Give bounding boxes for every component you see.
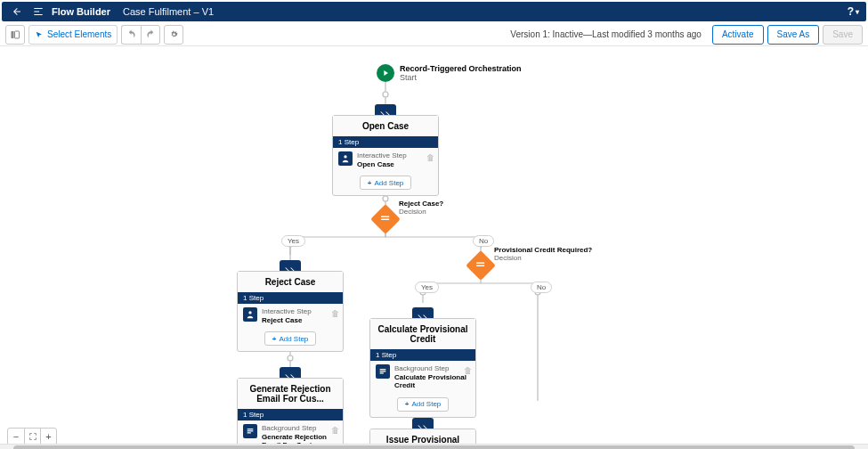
gear-icon [169,29,179,39]
decision-icon [475,259,486,273]
step-row[interactable]: Interactive Step Open Case 🗑 [333,148,438,172]
delete-step-icon[interactable]: 🗑 [426,153,434,162]
undo-button[interactable] [121,25,141,45]
svg-rect-1 [15,31,20,38]
select-elements-label: Select Elements [47,29,111,39]
zoom-controls: − + [7,428,57,445]
chevron-down-icon: ▾ [856,8,859,16]
svg-point-17 [248,311,251,314]
panel-icon [10,29,20,40]
fit-icon [28,432,37,441]
canvas-settings-button[interactable] [5,25,25,45]
decision-reject-case[interactable] [370,204,401,234]
decision-label-credit: Provisional Credit Required? Decision [494,246,592,262]
branch-label-yes-credit[interactable]: Yes [415,282,439,293]
branch-label-no[interactable]: No [473,235,494,247]
start-type: Record-Triggered Orchestration [400,64,522,73]
flow-properties-button[interactable] [164,25,183,45]
flow-canvas[interactable]: Record-Triggered Orchestration Start Ope… [0,46,868,449]
app-header: Flow Builder Case Fulfilment – V1 ? ▾ [2,2,866,21]
stage-card-reject-case[interactable]: Reject Case 1 Step Interactive Step Reje… [237,271,344,352]
step-count-badge: 1 Step [238,292,343,304]
zoom-in-button[interactable]: + [40,429,56,445]
branch-label-no-credit[interactable]: No [531,282,552,293]
svg-rect-0 [12,31,14,38]
play-icon [377,64,394,82]
stage-title: Reject Case [238,272,343,292]
svg-point-13 [288,355,293,361]
redo-button[interactable] [141,25,160,45]
stage-card-open-case[interactable]: Open Case 1 Step Interactive Step Open C… [332,115,439,196]
svg-rect-23 [380,372,384,373]
help-menu[interactable]: ? ▾ [848,5,859,18]
cursor-icon [35,30,44,39]
svg-rect-21 [380,369,386,370]
select-elements-button[interactable]: Select Elements [28,25,118,45]
decision-icon [380,213,391,226]
app-title: Flow Builder [52,6,110,17]
stage-title: Calculate Provisional Credit [370,319,475,349]
step-row[interactable]: Background Step Calculate Provisional Cr… [370,361,475,394]
step-source: Background Step [262,424,337,433]
delete-step-icon[interactable]: 🗑 [331,309,339,318]
activate-button[interactable]: Activate [712,25,764,45]
svg-point-3 [383,92,388,97]
svg-rect-20 [247,432,251,433]
arrow-left-icon [12,6,22,17]
add-step-button[interactable]: Add Step [397,397,450,412]
add-step-button[interactable]: Add Step [264,331,317,346]
svg-point-5 [383,196,388,201]
step-name: Open Case [357,160,407,169]
redo-icon [146,29,156,39]
flow-builder-logo-icon [30,4,46,20]
stage-card-calc-credit[interactable]: Calculate Provisional Credit 1 Step Back… [369,318,476,418]
step-count-badge: 1 Step [370,349,475,361]
step-count-badge: 1 Step [333,136,438,148]
interactive-step-icon [338,151,353,166]
svg-rect-19 [247,430,254,431]
start-node[interactable]: Record-Triggered Orchestration Start [377,64,522,82]
step-count-badge: 1 Step [238,409,343,420]
save-button: Save [823,25,863,45]
zoom-out-button[interactable]: − [8,429,24,445]
svg-point-16 [344,155,346,158]
zoom-fit-button[interactable] [24,429,40,445]
step-row[interactable]: Interactive Step Reject Case 🗑 [238,304,343,328]
horizontal-scrollbar[interactable] [0,444,868,449]
help-icon: ? [848,5,854,18]
step-source: Interactive Step [357,151,407,160]
branch-label-yes[interactable]: Yes [281,235,305,247]
background-step-icon [376,364,390,379]
stage-card-gen-rejection[interactable]: Generate Rejection Email For Cus... 1 St… [237,378,344,449]
stage-title: Open Case [333,116,438,136]
start-action: Start [400,73,522,82]
step-name: Calculate Provisional Credit [394,373,470,390]
save-as-button[interactable]: Save As [767,25,820,45]
undo-icon [126,29,136,39]
svg-rect-22 [380,371,386,371]
version-status: Version 1: Inactive—Last modified 3 mont… [510,29,702,39]
step-name: Reject Case [262,316,312,325]
toolbar: Select Elements Version 1: Inactive—Last… [0,23,868,46]
stage-title: Generate Rejection Email For Cus... [238,379,343,409]
svg-rect-18 [247,429,254,429]
delete-step-icon[interactable]: 🗑 [331,426,339,435]
step-source: Background Step [394,364,470,373]
flow-title: Case Fulfilment – V1 [123,6,214,17]
back-button[interactable] [9,4,25,20]
delete-step-icon[interactable]: 🗑 [464,366,472,375]
scrollbar-thumb[interactable] [13,445,856,449]
step-source: Interactive Step [262,307,312,316]
decision-prov-credit[interactable] [466,250,496,281]
add-step-button[interactable]: Add Step [360,176,412,190]
background-step-icon [243,424,257,438]
interactive-step-icon [243,307,257,322]
decision-label-reject: Reject Case? Decision [399,200,443,216]
